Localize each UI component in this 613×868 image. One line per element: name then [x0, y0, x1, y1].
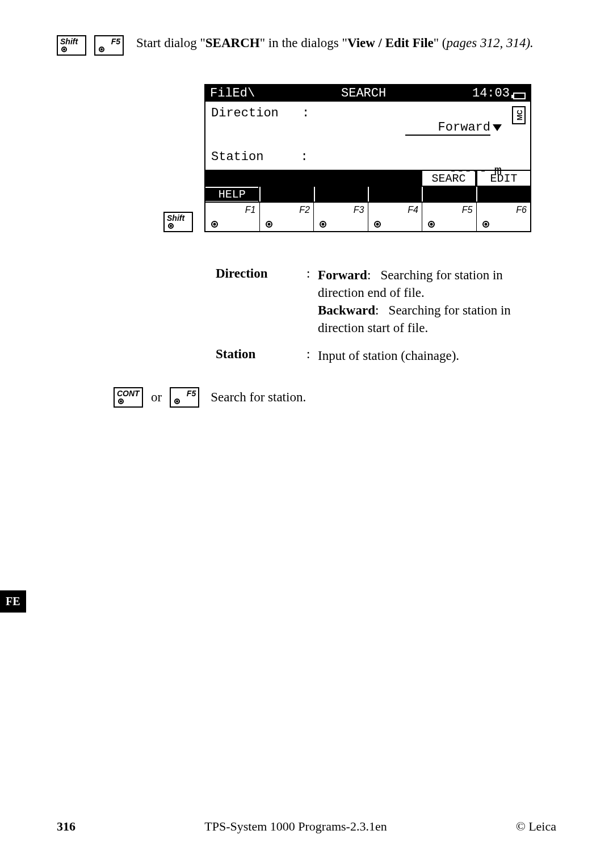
fn-buttons-row: F1 F2 F3 F4 F5 F6: [205, 202, 530, 231]
direction-label: Direction: [211, 106, 302, 150]
intro-mid: " in the dialogs ": [260, 36, 347, 50]
station-row: Station : ----- m: [211, 150, 524, 192]
action-text: Search for station.: [211, 390, 306, 405]
key-dot-icon: [266, 221, 272, 228]
footer-right: © Leica: [516, 819, 556, 834]
intro-italic: pages 312, 314).: [447, 36, 534, 50]
backward-label: Backward: [318, 303, 375, 317]
device-body: MC Direction : Forward Station : ----- m: [205, 102, 530, 170]
colon: :: [300, 150, 312, 192]
key-dot-icon: [428, 221, 435, 228]
device-screen: FilEd\ SEARCH 14:03 MC Direction : Forwa…: [204, 84, 531, 232]
side-tab: FE: [0, 590, 26, 613]
key-dot-icon: [118, 399, 124, 404]
title-mid: SEARCH: [341, 86, 386, 100]
key-label: F5: [111, 37, 120, 45]
intro-bold1: SEARCH: [205, 36, 260, 50]
def-body: Forward: Searching for station in direct…: [318, 266, 545, 337]
cont-key[interactable]: CONT: [114, 387, 143, 408]
title-time: 14:03: [472, 86, 510, 100]
or-text: or: [151, 390, 162, 405]
def-term: Station: [216, 347, 306, 364]
key-label: F2: [299, 205, 310, 215]
key-dot-icon: [99, 47, 104, 52]
f2-button[interactable]: F2: [260, 203, 314, 231]
f4-button[interactable]: F4: [368, 203, 423, 231]
key-dot-icon: [61, 47, 67, 52]
f5-key[interactable]: F5: [94, 35, 124, 56]
key-dot-icon: [374, 221, 381, 228]
colon: :: [302, 106, 313, 150]
key-dot-icon: [482, 221, 489, 228]
title-right: 14:03: [472, 86, 526, 100]
definitions: Direction : Forward: Searching for stati…: [216, 266, 545, 364]
def-station: Station : Input of station (chainage).: [216, 347, 545, 364]
footer: 316 TPS-System 1000 Programs-2.3.1en © L…: [57, 819, 556, 834]
intro-bold2: View / Edit File: [347, 36, 434, 50]
f3-button[interactable]: F3: [314, 203, 368, 231]
key-dot-icon: [168, 223, 174, 229]
station-field[interactable]: ----- m: [312, 150, 524, 192]
intro-row: Shift F5 Start dialog "SEARCH" in the di…: [57, 34, 556, 56]
key-label: F5: [462, 205, 473, 215]
key-label: F6: [516, 205, 527, 215]
device-shift-key-col: Shift: [57, 116, 204, 232]
key-dot-icon: [174, 399, 180, 404]
station-value: -----: [450, 164, 487, 178]
f1-button[interactable]: F1: [205, 203, 260, 231]
direction-field[interactable]: Forward: [313, 106, 524, 150]
station-unit: m: [494, 164, 502, 178]
def-body: Input of station (chainage).: [318, 347, 545, 364]
title-left: FilEd\: [210, 86, 255, 100]
forward-label: Forward: [318, 268, 367, 282]
def-direction: Direction : Forward: Searching for stati…: [216, 266, 545, 337]
shift-key-2[interactable]: Shift: [163, 212, 193, 232]
page-number: 316: [57, 819, 75, 834]
action-row: CONT or F5 Search for station.: [114, 387, 556, 408]
key-label: CONT: [117, 389, 140, 397]
colon: :: [306, 266, 318, 337]
direction-row: Direction : Forward: [211, 106, 524, 150]
intro-keys: Shift F5: [57, 34, 136, 56]
battery-icon: [513, 93, 526, 99]
f5-key-2[interactable]: F5: [170, 387, 199, 408]
key-label: Shift: [167, 214, 184, 222]
key-label: Shift: [60, 37, 78, 45]
f6-button[interactable]: F6: [477, 203, 531, 231]
intro-text: Start dialog "SEARCH" in the dialogs "Vi…: [136, 34, 556, 52]
key-label: F5: [187, 389, 196, 397]
footer-center: TPS-System 1000 Programs-2.3.1en: [75, 819, 516, 834]
shift-key[interactable]: Shift: [57, 35, 86, 56]
intro-suf1: " (: [434, 36, 447, 50]
def-term: Direction: [216, 266, 306, 337]
key-label: F1: [245, 205, 256, 215]
direction-value: Forward: [438, 120, 490, 135]
mc-icon: MC: [512, 106, 526, 124]
device-block: Shift FilEd\ SEARCH 14:03 MC Direction :…: [57, 84, 556, 232]
colon: :: [306, 347, 318, 364]
device-titlebar: FilEd\ SEARCH 14:03: [205, 85, 530, 102]
key-label: F4: [408, 205, 418, 215]
f5-button[interactable]: F5: [422, 203, 477, 231]
key-label: F3: [354, 205, 364, 215]
key-dot-icon: [320, 221, 326, 228]
key-dot-icon: [211, 221, 218, 228]
intro-prefix: Start dialog ": [136, 36, 205, 50]
station-label: Station: [211, 150, 300, 192]
chevron-down-icon: [493, 124, 502, 131]
